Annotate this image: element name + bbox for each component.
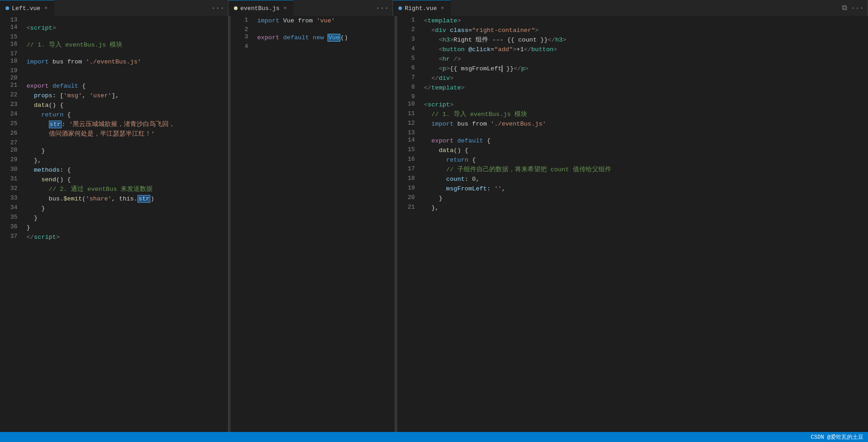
plain-token: {	[483, 137, 491, 144]
left-tab-group: Left.vue × ···	[0, 0, 228, 16]
code-line: 29 },	[0, 156, 228, 165]
tag-token: </	[524, 46, 531, 53]
tab-left-close[interactable]: ×	[43, 5, 49, 11]
code-line: 26 借问酒家何处是，半江瑟瑟半江红！'	[0, 129, 228, 139]
left-tab-more[interactable]: ···	[207, 4, 228, 12]
line-content: return {	[420, 155, 868, 165]
line-number: 18	[0, 57, 23, 67]
right-editor-scroll[interactable]: 1<template>2 <div class="right-container…	[397, 16, 868, 432]
plain-token: Right 组件 --- {{ count }}	[454, 37, 548, 43]
line-content: import bus from './eventBus.js'	[420, 119, 868, 129]
line-number: 20	[0, 74, 23, 81]
plain-token: from	[298, 17, 312, 24]
tab-right-vue[interactable]: Right.vue ×	[393, 0, 451, 16]
code-line: 35 }	[0, 213, 228, 223]
tab-eventbus[interactable]: eventBus.js ×	[228, 0, 293, 16]
plain-token	[424, 121, 431, 127]
tab-dot-left	[5, 6, 9, 10]
code-line: 21export default {	[0, 81, 228, 91]
cmt-token: // 2. 通过 eventBus 来发送数据	[49, 186, 153, 193]
plain-token: Vue	[280, 17, 298, 24]
prop-token: methods	[34, 167, 60, 174]
code-line: 3export default new Vue()	[231, 33, 395, 42]
line-number: 9	[397, 93, 420, 100]
line-content: export default {	[420, 136, 868, 146]
plain-token: }	[26, 147, 45, 154]
line-number: 20	[397, 194, 420, 203]
plain-token	[26, 92, 34, 99]
code-line: 8</template>	[397, 83, 868, 93]
code-line: 16 return {	[397, 155, 868, 165]
middle-editor-pane: 1import Vue from 'vue'23export default n…	[231, 16, 395, 432]
plain-token: : {	[60, 167, 71, 174]
line-content: send() {	[23, 175, 228, 184]
kw-token: import	[431, 121, 454, 127]
line-number: 34	[0, 204, 23, 213]
line-number: 19	[397, 184, 420, 194]
plain-token: ,	[502, 185, 505, 192]
plain-token	[424, 147, 431, 154]
plain-token	[26, 176, 41, 183]
fn-token: $emit	[64, 195, 82, 202]
code-line: 25 str: '黑云压城城欲摧，渚青沙白鸟飞回，	[0, 120, 228, 129]
middle-editor-scroll[interactable]: 1import Vue from 'vue'23export default n…	[231, 16, 395, 432]
line-content: // 子组件自己的数据，将来希望把 count 值传给父组件	[420, 165, 868, 174]
plain-token: bus	[49, 58, 68, 65]
line-content: }	[420, 194, 868, 203]
plain-token: },	[431, 205, 439, 211]
code-line: 17 // 子组件自己的数据，将来希望把 count 值传给父组件	[397, 165, 868, 174]
status-text: CSDN @爱吃瓦的土豆	[811, 433, 863, 441]
code-line: 7 </div>	[397, 74, 868, 83]
plain-token: (	[82, 195, 86, 202]
tag-name-token: script	[30, 25, 53, 32]
code-line: 20 }	[397, 194, 868, 203]
left-editor-scroll[interactable]: 1314<script>1516// 1. 导入 eventBus.js 模块1…	[0, 16, 228, 432]
tab-middle-close[interactable]: ×	[282, 5, 288, 11]
plain-token: :	[487, 185, 494, 192]
line-content: export default new Vue()	[254, 33, 395, 42]
attr-val-token: "add"	[494, 46, 513, 53]
cmt-token: // 1. 导入 eventBus.js 模块	[424, 111, 527, 118]
tab-left-vue[interactable]: Left.vue ×	[0, 0, 54, 16]
line-number: 37	[0, 232, 23, 242]
code-line: 5 <hr />	[397, 54, 868, 64]
cmt-token: // 子组件自己的数据，将来希望把 count 值传给父组件	[424, 166, 611, 173]
tag-name-token: p	[521, 65, 525, 72]
kw-token: import	[26, 58, 49, 65]
code-line: 9	[397, 93, 868, 100]
code-line: 13	[397, 129, 868, 136]
code-line: 14<script>	[0, 23, 228, 33]
line-number: 10	[397, 100, 420, 110]
split-editor-icon[interactable]: ⧉	[842, 4, 847, 12]
plain-token: () {	[56, 176, 71, 183]
right-editor-pane: 1<template>2 <div class="right-container…	[397, 16, 868, 432]
highlight-word-token: Vue	[328, 34, 340, 42]
right-icons: ⧉ ···	[842, 4, 868, 12]
plain-token	[26, 186, 49, 193]
more-actions-icon[interactable]: ···	[851, 4, 864, 12]
line-content: // 1. 导入 eventBus.js 模块	[420, 110, 868, 119]
tag-token: >	[450, 75, 454, 82]
kw-token: default	[283, 34, 309, 41]
left-editor-pane: 1314<script>1516// 1. 导入 eventBus.js 模块1…	[0, 16, 228, 432]
line-number: 7	[397, 74, 420, 83]
plain-token: ()	[340, 34, 348, 41]
line-content: // 1. 导入 eventBus.js 模块	[23, 40, 228, 50]
line-number: 30	[0, 165, 23, 175]
kw-token: default	[53, 83, 79, 89]
tab-right-close[interactable]: ×	[439, 5, 445, 11]
tag-token: >	[461, 84, 465, 91]
tag-name-token: h3	[443, 37, 450, 43]
line-content: </script>	[23, 232, 228, 242]
line-number: 1	[397, 16, 420, 26]
middle-tab-more[interactable]: ···	[372, 4, 392, 12]
tag-token: >	[554, 46, 557, 53]
tag-name-token: hr	[443, 56, 450, 63]
line-number: 19	[0, 67, 23, 74]
plain-token	[424, 75, 431, 82]
plain-token: ],	[111, 92, 119, 99]
plain-token: :	[62, 121, 69, 128]
cmt-token: // 1. 导入 eventBus.js 模块	[26, 42, 122, 48]
line-content: export default {	[23, 81, 228, 91]
tag-token: </	[431, 75, 439, 82]
